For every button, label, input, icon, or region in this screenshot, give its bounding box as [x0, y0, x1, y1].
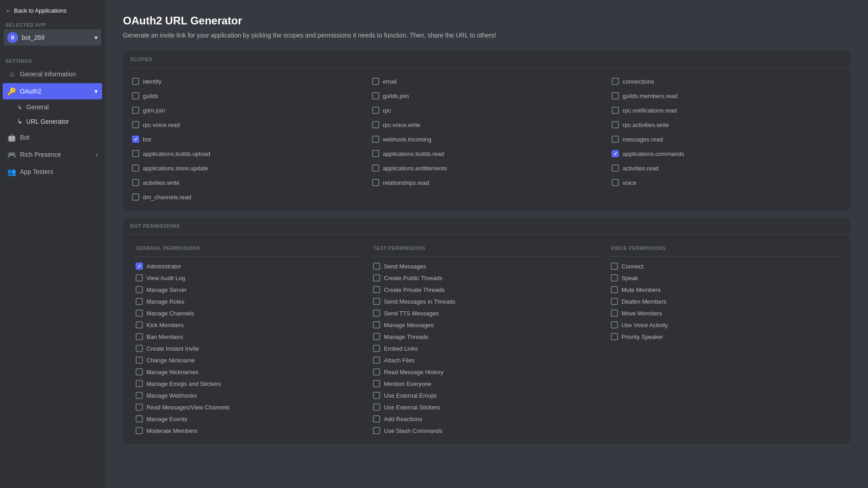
permission-item-kick-members[interactable]: Kick Members — [134, 319, 364, 331]
sidebar-item-oauth2[interactable]: 🔑 OAuth2 ▾ — [3, 83, 102, 99]
checkbox-attach-files[interactable] — [373, 357, 380, 364]
scope-item-guilds[interactable]: guilds — [130, 89, 363, 102]
checkbox-send-messages[interactable] — [373, 263, 380, 270]
checkbox-applications.entitlements[interactable] — [372, 164, 379, 172]
sidebar-item-url-generator[interactable]: ↳ URL Generator — [3, 115, 102, 128]
checkbox-embed-links[interactable] — [373, 345, 380, 352]
checkbox-manage-nicknames[interactable] — [136, 368, 143, 375]
checkbox-applications.store.update[interactable] — [132, 164, 139, 172]
checkbox-rpc[interactable] — [372, 107, 379, 114]
checkbox-relationships.read[interactable] — [372, 179, 379, 186]
checkbox-manage-threads[interactable] — [373, 333, 380, 340]
permission-item-send-messages-in-threads[interactable]: Send Messages in Threads — [371, 296, 601, 307]
scope-item-activities.read[interactable]: activities.read — [610, 162, 843, 174]
checkbox-send-tts-messages[interactable] — [373, 310, 380, 317]
permission-item-manage-messages[interactable]: Manage Messages — [371, 319, 601, 331]
checkbox-activities.read[interactable] — [612, 164, 619, 172]
permission-item-attach-files[interactable]: Attach Files — [371, 354, 601, 366]
checkbox-administrator[interactable] — [136, 263, 143, 270]
scope-item-voice[interactable]: voice — [610, 176, 843, 189]
permission-item-speak[interactable]: Speak — [609, 272, 839, 284]
scope-item-applications.builds.upload[interactable]: applications.builds.upload — [130, 147, 363, 160]
permission-item-use-slash-commands[interactable]: Use Slash Commands — [371, 425, 601, 436]
sidebar-item-bot[interactable]: 🤖 Bot — [3, 129, 102, 145]
permission-item-mention-everyone[interactable]: Mention Everyone — [371, 378, 601, 389]
checkbox-connections[interactable] — [612, 78, 619, 85]
checkbox-send-messages-in-threads[interactable] — [373, 298, 380, 305]
checkbox-view-audit-log[interactable] — [136, 274, 143, 282]
checkbox-bot[interactable] — [132, 136, 139, 143]
permission-item-embed-links[interactable]: Embed Links — [371, 343, 601, 354]
checkbox-messages.read[interactable] — [612, 136, 619, 143]
scope-item-webhook.incoming[interactable]: webhook.incoming — [370, 133, 603, 145]
checkbox-email[interactable] — [372, 78, 379, 85]
checkbox-mention-everyone[interactable] — [373, 380, 380, 387]
permission-item-manage-threads[interactable]: Manage Threads — [371, 331, 601, 343]
checkbox-manage-events[interactable] — [136, 415, 143, 422]
sidebar-item-rich-presence[interactable]: 🎮 Rich Presence › — [3, 146, 102, 163]
scope-item-applications.builds.read[interactable]: applications.builds.read — [370, 147, 603, 160]
permission-item-read-message-history[interactable]: Read Message History — [371, 366, 601, 378]
scope-item-applications.store.update[interactable]: applications.store.update — [130, 162, 363, 174]
permission-item-send-tts-messages[interactable]: Send TTS Messages — [371, 307, 601, 319]
permission-item-manage-emojis-stickers[interactable]: Manage Emojis and Stickers — [134, 378, 364, 389]
checkbox-deafen-members[interactable] — [611, 298, 618, 305]
checkbox-read-message-history[interactable] — [373, 368, 380, 375]
checkbox-use-external-stickers[interactable] — [373, 404, 380, 411]
checkbox-manage-messages[interactable] — [373, 321, 380, 328]
checkbox-applications.builds.upload[interactable] — [132, 150, 139, 157]
checkbox-webhook.incoming[interactable] — [372, 136, 379, 143]
scope-item-rpc.voice.write[interactable]: rpc.voice.write — [370, 118, 603, 131]
checkbox-voice[interactable] — [612, 179, 619, 186]
permission-item-administrator[interactable]: Administrator — [134, 260, 364, 272]
checkbox-priority-speaker[interactable] — [611, 333, 618, 340]
permission-item-manage-roles[interactable]: Manage Roles — [134, 296, 364, 307]
checkbox-kick-members[interactable] — [136, 321, 143, 328]
checkbox-add-reactions[interactable] — [373, 415, 380, 422]
sidebar-item-app-testers[interactable]: 👥 App Testers — [3, 164, 102, 180]
checkbox-ban-members[interactable] — [136, 333, 143, 340]
checkbox-guilds[interactable] — [132, 92, 139, 99]
checkbox-create-private-threads[interactable] — [373, 286, 380, 293]
checkbox-manage-server[interactable] — [136, 286, 143, 293]
scope-item-relationships.read[interactable]: relationships.read — [370, 176, 603, 189]
permission-item-create-public-threads[interactable]: Create Public Threads — [371, 272, 601, 284]
permission-item-ban-members[interactable]: Ban Members — [134, 331, 364, 343]
permission-item-mute-members[interactable]: Mute Members — [609, 284, 839, 296]
checkbox-use-slash-commands[interactable] — [373, 427, 380, 434]
permission-item-manage-nicknames[interactable]: Manage Nicknames — [134, 366, 364, 378]
permission-item-create-instant-invite[interactable]: Create Instant Invite — [134, 343, 364, 354]
permission-item-move-members[interactable]: Move Members — [609, 307, 839, 319]
checkbox-manage-channels[interactable] — [136, 310, 143, 317]
scope-item-guilds.members.read[interactable]: guilds.members.read — [610, 89, 843, 102]
checkbox-identify[interactable] — [132, 78, 139, 85]
checkbox-connect[interactable] — [611, 263, 618, 270]
permission-item-manage-channels[interactable]: Manage Channels — [134, 307, 364, 319]
checkbox-mute-members[interactable] — [611, 286, 618, 293]
checkbox-use-external-emojis[interactable] — [373, 392, 380, 399]
checkbox-dm_channels.read[interactable] — [132, 193, 139, 201]
checkbox-manage-emojis-stickers[interactable] — [136, 380, 143, 387]
checkbox-rpc.notifications.read[interactable] — [612, 107, 619, 114]
scope-item-dm_channels.read[interactable]: dm_channels.read — [130, 191, 363, 203]
checkbox-activities.write[interactable] — [132, 179, 139, 186]
permission-item-use-external-stickers[interactable]: Use External Stickers — [371, 401, 601, 413]
scope-item-rpc.notifications.read[interactable]: rpc.notifications.read — [610, 104, 843, 117]
checkbox-rpc.voice.write[interactable] — [372, 121, 379, 128]
checkbox-use-voice-activity[interactable] — [611, 321, 618, 328]
checkbox-gdm.join[interactable] — [132, 107, 139, 114]
permission-item-view-audit-log[interactable]: View Audit Log — [134, 272, 364, 284]
permission-item-manage-events[interactable]: Manage Events — [134, 413, 364, 425]
permission-item-create-private-threads[interactable]: Create Private Threads — [371, 284, 601, 296]
checkbox-change-nickname[interactable] — [136, 357, 143, 364]
checkbox-guilds.join[interactable] — [372, 92, 379, 99]
scope-item-connections[interactable]: connections — [610, 75, 843, 88]
checkbox-rpc.activities.write[interactable] — [612, 121, 619, 128]
permission-item-send-messages[interactable]: Send Messages — [371, 260, 601, 272]
permission-item-add-reactions[interactable]: Add Reactions — [371, 413, 601, 425]
checkbox-applications.commands[interactable] — [612, 150, 619, 157]
checkbox-rpc.voice.read[interactable] — [132, 121, 139, 128]
permission-item-moderate-members[interactable]: Moderate Members — [134, 425, 364, 436]
scope-item-rpc[interactable]: rpc — [370, 104, 603, 117]
checkbox-create-public-threads[interactable] — [373, 274, 380, 282]
